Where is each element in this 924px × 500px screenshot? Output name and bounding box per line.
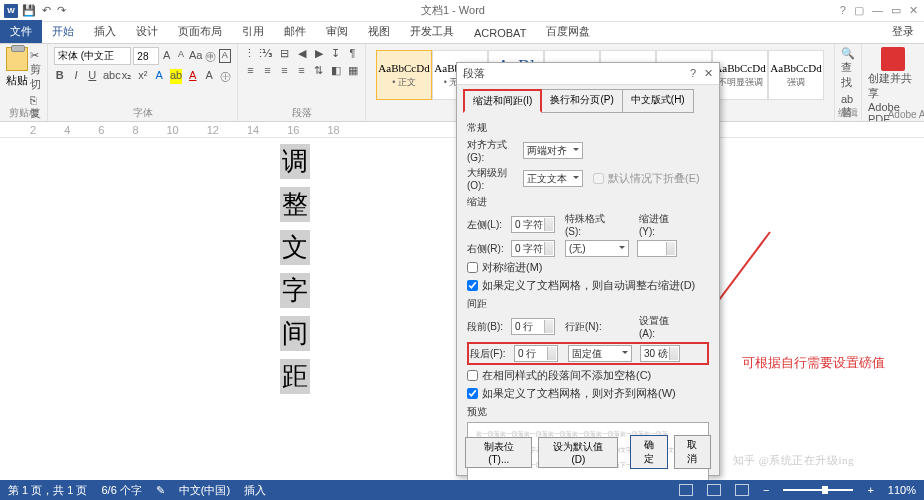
align-center-icon[interactable]: ≡ (261, 64, 274, 77)
tab-asian[interactable]: 中文版式(H) (622, 89, 694, 113)
shading-icon[interactable]: ◧ (329, 64, 342, 77)
decrease-indent-icon[interactable]: ◀ (295, 47, 308, 60)
quick-access-toolbar[interactable]: 💾 ↶ ↷ (22, 4, 66, 17)
bullets-icon[interactable]: ⋮⋮ (244, 47, 257, 60)
language-status[interactable]: 中文(中国) (179, 483, 230, 498)
change-case-icon[interactable]: Aa (189, 49, 202, 63)
find-button[interactable]: 🔍 查找 (841, 47, 855, 90)
dialog-close-icon[interactable]: ✕ (704, 67, 713, 80)
strike-icon[interactable]: abc (103, 69, 116, 84)
undo-icon[interactable]: ↶ (42, 4, 51, 17)
zoom-in-icon[interactable]: + (867, 484, 873, 496)
subscript-icon[interactable]: x₂ (121, 69, 132, 84)
help-icon[interactable]: ? (840, 4, 846, 17)
doc-char[interactable]: 调 (280, 144, 310, 179)
page-status[interactable]: 第 1 页，共 1 页 (8, 483, 87, 498)
align-left-icon[interactable]: ≡ (244, 64, 257, 77)
tab-file[interactable]: 文件 (0, 20, 42, 43)
save-icon[interactable]: 💾 (22, 4, 36, 17)
align-select[interactable]: 两端对齐 (523, 142, 583, 159)
dialog-help-icon[interactable]: ? (690, 67, 696, 80)
show-marks-icon[interactable]: ¶ (346, 47, 359, 60)
tab-mail[interactable]: 邮件 (274, 20, 316, 43)
cancel-button[interactable]: 取消 (674, 435, 711, 469)
indent-val-input[interactable] (637, 240, 677, 257)
page[interactable]: 调整文字间距 (30, 138, 450, 478)
text-effect-icon[interactable]: A (154, 69, 165, 84)
doc-char[interactable]: 文 (280, 230, 310, 265)
tab-layout[interactable]: 页面布局 (168, 20, 232, 43)
close-icon[interactable]: ✕ (909, 4, 918, 17)
ribbon-options-icon[interactable]: ▢ (854, 4, 864, 17)
collapse-checkbox[interactable] (593, 173, 604, 184)
numbering-icon[interactable]: ⅓ (261, 47, 274, 60)
grid-spacing-checkbox[interactable] (467, 388, 478, 399)
increase-indent-icon[interactable]: ▶ (312, 47, 325, 60)
superscript-icon[interactable]: x² (137, 69, 148, 84)
shrink-font-icon[interactable]: A (175, 49, 187, 63)
align-justify-icon[interactable]: ≡ (295, 64, 308, 77)
style-item-6[interactable]: AaBbCcDd不明显强调 (712, 50, 768, 100)
right-indent-input[interactable]: 0 字符 (511, 240, 555, 257)
multilevel-icon[interactable]: ⊟ (278, 47, 291, 60)
zoom-out-icon[interactable]: − (763, 484, 769, 496)
tab-design[interactable]: 设计 (126, 20, 168, 43)
font-size-select[interactable]: 28 (133, 47, 158, 65)
grow-font-icon[interactable]: A (161, 49, 173, 63)
zoom-level[interactable]: 110% (888, 484, 916, 496)
ok-button[interactable]: 确定 (630, 435, 667, 469)
selected-text[interactable]: 调整文字间距 (280, 144, 310, 394)
highlight-icon[interactable]: ab (170, 69, 182, 84)
print-view-icon[interactable] (707, 484, 721, 496)
read-view-icon[interactable] (679, 484, 693, 496)
line-spacing-select[interactable]: 固定值 (568, 345, 632, 362)
font-name-select[interactable]: 宋体 (中文正 (54, 47, 131, 65)
bold-icon[interactable]: B (54, 69, 65, 84)
char-border-icon[interactable]: A (219, 49, 231, 63)
sort-icon[interactable]: ↧ (329, 47, 342, 60)
after-input[interactable]: 0 行 (514, 345, 558, 362)
tab-review[interactable]: 审阅 (316, 20, 358, 43)
doc-char[interactable]: 整 (280, 187, 310, 222)
insert-mode[interactable]: 插入 (244, 483, 266, 498)
tab-references[interactable]: 引用 (232, 20, 274, 43)
tab-insert[interactable]: 插入 (84, 20, 126, 43)
default-button[interactable]: 设为默认值(D) (538, 437, 618, 468)
sym-indent-checkbox[interactable] (467, 262, 478, 273)
tab-view[interactable]: 视图 (358, 20, 400, 43)
tab-indent-spacing[interactable]: 缩进和间距(I) (463, 89, 542, 113)
tab-acrobat[interactable]: ACROBAT (464, 23, 536, 43)
word-count[interactable]: 6/6 个字 (101, 483, 141, 498)
align-right-icon[interactable]: ≡ (278, 64, 291, 77)
char-shading-icon[interactable]: A (203, 69, 214, 84)
tabs-button[interactable]: 制表位(T)... (465, 437, 532, 468)
tab-home[interactable]: 开始 (42, 20, 84, 43)
doc-char[interactable]: 间 (280, 316, 310, 351)
cut-button[interactable]: ✂ 剪切 (30, 49, 41, 92)
tab-developer[interactable]: 开发工具 (400, 20, 464, 43)
dialog-titlebar[interactable]: 段落 ?✕ (457, 63, 719, 85)
outline-select[interactable]: 正文文本 (523, 170, 583, 187)
zoom-slider[interactable] (783, 489, 853, 491)
doc-char[interactable]: 距 (280, 359, 310, 394)
minimize-icon[interactable]: — (872, 4, 883, 17)
spellcheck-icon[interactable]: ✎ (156, 484, 165, 497)
borders-icon[interactable]: ▦ (346, 64, 359, 77)
maximize-icon[interactable]: ▭ (891, 4, 901, 17)
underline-icon[interactable]: U (87, 69, 98, 84)
setval-input[interactable]: 30 磅 (640, 345, 680, 362)
noadd-checkbox[interactable] (467, 370, 478, 381)
doc-char[interactable]: 字 (280, 273, 310, 308)
left-indent-input[interactable]: 0 字符 (511, 216, 555, 233)
style-item-7[interactable]: AaBbCcDd强调 (768, 50, 824, 100)
redo-icon[interactable]: ↷ (57, 4, 66, 17)
italic-icon[interactable]: I (70, 69, 81, 84)
tab-baidu[interactable]: 百度网盘 (536, 20, 600, 43)
enclose-icon[interactable]: ㊉ (220, 69, 231, 84)
font-color-icon[interactable]: A (187, 69, 198, 84)
line-spacing-icon[interactable]: ⇅ (312, 64, 325, 77)
phonetic-icon[interactable]: ㊥ (204, 49, 216, 63)
tab-line-page[interactable]: 换行和分页(P) (541, 89, 622, 113)
web-view-icon[interactable] (735, 484, 749, 496)
grid-indent-checkbox[interactable] (467, 280, 478, 291)
